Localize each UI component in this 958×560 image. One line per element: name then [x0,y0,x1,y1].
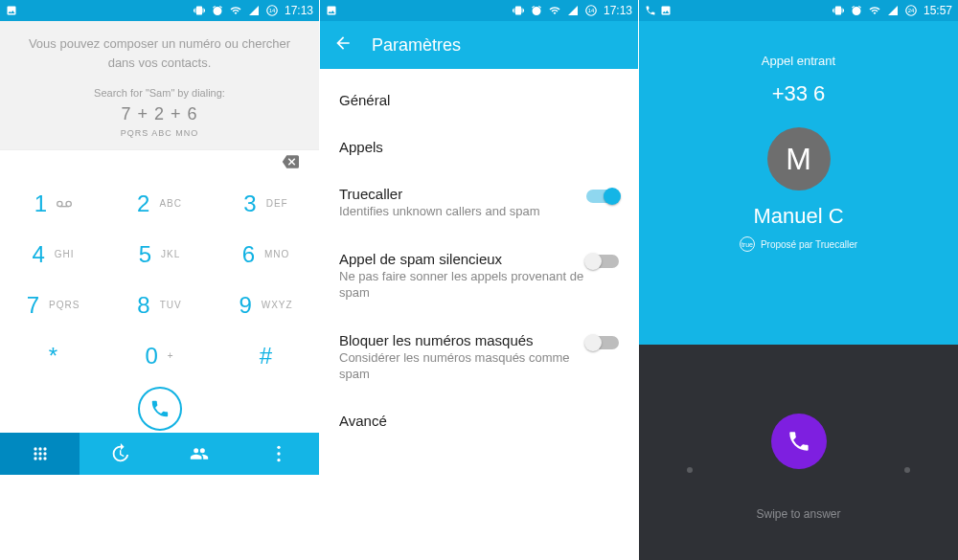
alarm-icon [531,5,542,16]
caller-number: +33 6 [639,81,958,106]
compose-hint: Vous pouvez composer un numéro ou cherch… [19,34,300,72]
svg-point-14 [278,446,281,449]
input-row [0,149,319,178]
image-icon [660,5,672,16]
clock: 17:13 [285,4,313,17]
vibrate-icon [832,5,845,16]
key-4[interactable]: 4GHI [0,229,106,280]
truecaller-attribution: true Proposé par Truecaller [639,236,958,252]
nav-recents[interactable] [80,433,159,475]
settings-item-general[interactable]: Général [320,77,638,123]
svg-point-6 [38,447,41,450]
swipe-dot-right [904,467,910,473]
call-button[interactable] [138,387,182,431]
back-button[interactable] [333,34,353,57]
dial-example-letters: PQRS ABC MNO [19,127,300,141]
clock: 15:57 [924,4,952,17]
svg-point-15 [278,452,281,455]
status-bar: 14 17:13 [0,0,319,21]
svg-text:14: 14 [588,8,595,13]
silent-spam-toggle[interactable] [586,255,619,268]
caller-avatar: M [767,127,831,190]
svg-point-8 [34,452,36,455]
settings-item-block-masked[interactable]: Bloquer les numéros masquésConsidérer le… [320,317,638,398]
battery-circle-icon: 14 [584,4,598,17]
key-9[interactable]: 9WXYZ [213,280,319,330]
nav-dialpad[interactable] [0,433,80,475]
incoming-call-screen: 24 15:57 Appel entrant +33 6 M Manuel C … [639,0,958,560]
vibrate-icon [193,5,206,16]
swipe-track [639,467,958,473]
status-bar: 14 17:13 [320,0,638,21]
bottom-nav [0,433,319,475]
status-bar: 24 15:57 [639,0,958,21]
voicemail-icon [57,199,72,209]
key-6[interactable]: 6MNO [213,229,319,280]
dialer-hint-area: Vous pouvez composer un numéro ou cherch… [0,21,319,149]
svg-point-12 [38,457,41,459]
image-icon [6,5,17,16]
truecaller-badge-icon: true [740,236,755,252]
signal-icon [887,5,899,16]
nav-contacts[interactable] [160,433,240,475]
alarm-icon [851,5,862,16]
nav-overflow[interactable] [240,433,319,475]
battery-circle-icon: 14 [265,4,279,17]
signal-icon [567,5,579,16]
key-7[interactable]: 7PQRS [0,280,106,330]
key-star[interactable]: * [0,330,106,381]
backspace-button[interactable] [279,153,302,174]
svg-point-7 [43,447,46,450]
caller-name: Manuel C [639,204,958,229]
search-hint: Search for "Sam" by dialing: [19,85,300,101]
swipe-dot-left [687,467,693,473]
key-0[interactable]: 0+ [106,330,213,381]
signal-icon [248,5,260,16]
truecaller-toggle[interactable] [586,190,619,203]
clock: 17:13 [604,4,632,17]
call-info-panel: Appel entrant +33 6 M Manuel C true Prop… [639,21,958,345]
dialer-screen: 14 17:13 Vous pouvez composer un numéro … [0,0,319,560]
settings-item-truecaller[interactable]: TruecallerIdentifies unknown callers and… [320,170,638,235]
settings-screen: 14 17:13 Paramètres Général Appels Truec… [319,0,639,560]
dial-example: 7 + 2 + 6 [19,101,300,127]
settings-item-silent-spam[interactable]: Appel de spam silencieuxNe pas faire son… [320,235,638,317]
call-action-panel: Swipe to answer [639,345,958,560]
settings-item-advanced[interactable]: Avancé [320,397,638,444]
battery-circle-icon: 24 [904,4,918,17]
block-masked-toggle[interactable] [586,336,619,349]
call-status: Appel entrant [639,54,958,68]
settings-header: Paramètres [320,21,638,69]
swipe-hint: Swipe to answer [756,507,840,521]
alarm-icon [212,5,223,16]
key-2[interactable]: 2ABC [106,178,213,229]
svg-point-13 [43,457,46,459]
key-1[interactable]: 1 [0,178,106,229]
wifi-icon [868,5,881,16]
svg-point-10 [43,452,46,455]
key-5[interactable]: 5JKL [106,229,213,280]
svg-point-2 [57,201,62,206]
key-8[interactable]: 8TUV [106,280,213,330]
settings-item-calls[interactable]: Appels [320,123,638,170]
wifi-icon [548,5,561,16]
keypad: 1 2ABC 3DEF 4GHI 5JKL 6MNO 7PQRS 8TUV 9W… [0,178,319,381]
image-icon [326,5,337,16]
key-hash[interactable]: # [213,330,319,381]
wifi-icon [229,5,242,16]
settings-list: Général Appels TruecallerIdentifies unkn… [320,69,638,452]
settings-title: Paramètres [372,35,461,56]
svg-point-3 [66,201,71,206]
answer-button[interactable] [771,414,827,469]
phone-icon [645,5,656,16]
key-3[interactable]: 3DEF [213,178,319,229]
svg-point-16 [278,459,281,461]
svg-point-9 [38,452,41,455]
svg-text:24: 24 [908,8,915,13]
svg-text:14: 14 [269,8,276,13]
svg-point-11 [34,457,36,459]
svg-point-5 [34,447,36,450]
vibrate-icon [512,5,525,16]
